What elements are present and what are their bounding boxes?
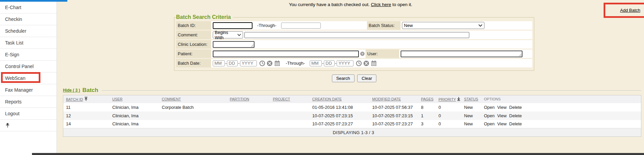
sidebar-item-control-panel[interactable]: Control Panel [0, 61, 57, 72]
comment-operator-value: Begins With [215, 30, 235, 40]
batch-date-from-yyyy-input[interactable] [240, 60, 257, 66]
cell-user: Clinician, Ima [110, 103, 159, 112]
batch-results-legend: Hide ( 3 ) Batch [63, 87, 641, 94]
time-picker-icon[interactable] [356, 60, 362, 66]
sidebar-item-label: Fax Manager [5, 87, 33, 93]
cell-partition [227, 103, 270, 112]
cell-partition [227, 112, 270, 120]
help-icon[interactable]: ? [360, 51, 365, 56]
cell-priority: 0 [436, 103, 462, 112]
batch-date-from-dd-input[interactable] [227, 60, 238, 66]
col-options: OPTIONS [484, 97, 501, 101]
date-separator: - [225, 61, 227, 66]
delete-batch-link[interactable]: Delete [509, 121, 522, 126]
batch-status-label: Batch Status: [367, 21, 401, 30]
chevron-down-icon [235, 34, 241, 36]
clinic-location-input[interactable] [213, 41, 255, 48]
col-partition[interactable]: PARTITION [230, 97, 249, 101]
open-batch-link[interactable]: Open [484, 105, 495, 110]
view-batch-link[interactable]: View [497, 105, 507, 110]
cell-project [270, 103, 310, 112]
svg-text:?: ? [362, 52, 363, 56]
sidebar-item-label: Scheduler [5, 28, 26, 34]
patient-row: Patient: ? User: [176, 50, 532, 58]
sidebar-item-e-sign[interactable]: E-Sign [0, 49, 57, 61]
click-here-link[interactable]: Click here [371, 2, 391, 7]
batch-date-label: Batch Date: [176, 59, 211, 67]
comment-operator-select[interactable]: Begins With [213, 31, 243, 38]
view-batch-link[interactable]: View [497, 113, 507, 118]
table-row: 12 Clinician, Ima 10-07-2025 07:23:15 10… [63, 112, 641, 120]
search-buttons-row: Search Clear [174, 74, 534, 82]
col-batch-id[interactable]: BATCH ID [66, 97, 83, 101]
batch-results-title: Batch [82, 87, 98, 94]
cell-modified-date: 10-07-2025 07:23:15 [370, 112, 418, 120]
legend-divider-line [102, 90, 641, 91]
batch-date-to-dd-input[interactable] [324, 60, 335, 66]
add-batch-highlight-box: Add Batch [604, 3, 644, 18]
batch-date-to-mm-input[interactable] [310, 60, 322, 66]
sidebar-pin-toggle[interactable] [0, 120, 57, 131]
batch-id-from-input[interactable] [213, 22, 252, 29]
comment-input[interactable] [244, 32, 469, 38]
cell-priority: 0 [436, 120, 462, 128]
col-creation-date[interactable]: CREATION DATE [312, 97, 342, 101]
sidebar-item-scheduler[interactable]: Scheduler [0, 25, 57, 37]
clear-button[interactable]: Clear [357, 74, 376, 82]
displaying-count-label: DISPLAYING 1-3 / 3 [63, 128, 641, 137]
col-comment[interactable]: COMMENT [162, 97, 181, 101]
checked-out-message: You currently have a batch checked out. … [57, 2, 644, 7]
open-batch-link[interactable]: Open [484, 113, 495, 118]
hide-results-link[interactable]: Hide ( 3 ) [63, 88, 80, 93]
delete-batch-link[interactable]: Delete [509, 105, 522, 110]
sidebar-item-logout[interactable]: Logout [0, 108, 57, 120]
batch-id-to-input[interactable] [281, 23, 321, 29]
sidebar-item-label: Checkin [5, 17, 22, 22]
cell-priority: 0 [436, 112, 462, 120]
search-button[interactable]: Search [332, 74, 354, 82]
date-separator: - [335, 61, 336, 66]
col-user[interactable]: USER [112, 97, 123, 101]
cell-creation-date: 10-07-2025 07:23:27 [310, 120, 370, 128]
batch-date-from-mm-input[interactable] [213, 60, 225, 66]
table-footer-row: DISPLAYING 1-3 / 3 [63, 128, 641, 137]
view-batch-link[interactable]: View [497, 121, 507, 126]
cell-partition [227, 120, 270, 128]
date-separator: - [238, 61, 239, 66]
cell-batch-id: 14 [63, 120, 110, 128]
sidebar-item-task-list[interactable]: Task List [0, 37, 57, 49]
cell-modified-date: 10-07-2025 07:56:37 [370, 103, 418, 112]
cell-options: Open View Delete [481, 112, 641, 120]
time-picker-icon[interactable] [259, 60, 265, 66]
cell-options: Open View Delete [481, 120, 641, 128]
col-project[interactable]: PROJECT [273, 97, 290, 101]
patient-label: Patient: [176, 50, 211, 58]
clear-date-icon[interactable] [267, 60, 273, 66]
webscan-highlight-box [1, 72, 40, 83]
clear-date-icon[interactable] [363, 60, 369, 66]
col-priority[interactable]: PRIORITY [439, 97, 456, 101]
open-batch-link[interactable]: Open [484, 121, 495, 126]
delete-batch-link[interactable]: Delete [509, 113, 522, 118]
cell-creation-date: 01-05-2016 13:41:08 [310, 103, 370, 112]
user-input[interactable] [401, 51, 522, 57]
col-status[interactable]: STATUS [464, 97, 478, 101]
sidebar-item-checkin[interactable]: Checkin [0, 13, 57, 25]
user-label: User: [366, 50, 399, 58]
sidebar-item-label: E-Chart [5, 5, 21, 10]
col-pages[interactable]: PAGES [421, 97, 434, 101]
batch-date-to-yyyy-input[interactable] [337, 60, 353, 66]
sidebar-item-e-chart[interactable]: E-Chart [0, 2, 57, 13]
cell-user: Clinician, Ima [110, 120, 159, 128]
sidebar-item-label: Logout [5, 111, 20, 116]
calendar-icon[interactable] [274, 60, 280, 66]
sidebar-item-fax-manager[interactable]: Fax Manager [0, 84, 57, 96]
through-label: -Through- [286, 61, 305, 66]
sidebar-item-reports[interactable]: Reports [0, 96, 57, 108]
batch-status-select[interactable]: New [402, 22, 484, 29]
col-modified-date[interactable]: MODIFIED DATE [372, 97, 401, 101]
patient-input[interactable] [213, 51, 359, 57]
calendar-icon[interactable] [371, 60, 377, 66]
add-batch-link[interactable]: Add Batch [620, 8, 640, 13]
clinic-location-row: Clinic Location: [176, 40, 532, 49]
